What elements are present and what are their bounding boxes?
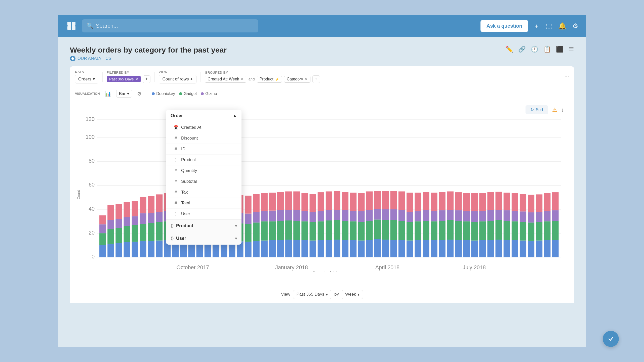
svg-rect-36: [115, 204, 122, 219]
chip-close-category[interactable]: ✕: [305, 77, 308, 81]
breadcrumb[interactable]: OUR ANALYTICS: [70, 56, 574, 61]
period-select[interactable]: Past 365 Days ▾: [293, 290, 331, 299]
menu-icon[interactable]: ☰: [569, 46, 574, 53]
order-section-header[interactable]: Order ▲: [166, 110, 242, 122]
svg-text:July 2018: July 2018: [463, 264, 486, 270]
svg-text:120: 120: [86, 117, 95, 122]
group-chip-createdat[interactable]: Created At: Week ✕: [205, 76, 246, 83]
group-chip-product[interactable]: Product ⚡: [257, 76, 282, 83]
svg-rect-205: [463, 240, 470, 257]
data-dropdown[interactable]: Orders ▾: [75, 75, 98, 83]
dropdown-item-createdat[interactable]: 📅 Created At: [166, 122, 242, 133]
svg-rect-164: [374, 191, 381, 209]
sort-direction-icon[interactable]: ↓: [561, 107, 564, 113]
svg-rect-234: [520, 222, 526, 241]
app-logo[interactable]: [66, 20, 77, 31]
add-filter-button[interactable]: +: [143, 75, 150, 83]
user-chevron-down-icon: ▾: [235, 236, 237, 241]
download-icon[interactable]: ⬛: [556, 46, 564, 53]
view-chip[interactable]: Count of rows +: [159, 75, 197, 83]
svg-rect-135: [318, 211, 324, 221]
legend-gadget: Gadget: [179, 92, 197, 96]
main-content: Weekly orders by category for the past y…: [58, 37, 586, 347]
svg-rect-186: [423, 221, 429, 240]
svg-rect-182: [415, 221, 421, 240]
group-chip-category[interactable]: Category ✕: [284, 76, 310, 83]
svg-rect-216: [479, 193, 486, 211]
svg-text:January 2018: January 2018: [275, 264, 308, 270]
fab-button[interactable]: [603, 331, 619, 347]
interval-select[interactable]: Week ▾: [342, 290, 363, 299]
edit-icon[interactable]: ✏️: [506, 46, 513, 53]
svg-rect-223: [495, 210, 502, 220]
svg-rect-220: [487, 192, 494, 210]
svg-rect-26: [99, 233, 106, 245]
layers-icon[interactable]: ⬚: [546, 22, 552, 30]
svg-rect-1: [72, 22, 75, 26]
svg-rect-157: [366, 240, 373, 257]
svg-rect-126: [301, 221, 308, 240]
search-bar[interactable]: 🔍 Search...: [82, 19, 258, 32]
ask-question-button[interactable]: Ask a question: [480, 20, 528, 32]
svg-rect-198: [447, 220, 454, 240]
svg-rect-31: [107, 220, 114, 229]
share-icon[interactable]: 🔗: [518, 46, 526, 53]
filter-chip[interactable]: Past 365 Days ✕: [107, 76, 141, 82]
sort-button[interactable]: ↻ Sort: [526, 105, 548, 114]
history-icon[interactable]: 🕐: [531, 46, 538, 53]
svg-rect-181: [415, 240, 421, 257]
grouped-by-label: GROUPED BY: [205, 71, 320, 74]
chip-close-createdat[interactable]: ✕: [240, 77, 244, 81]
svg-rect-232: [512, 193, 518, 211]
svg-rect-130: [310, 222, 316, 241]
filter-chip-close[interactable]: ✕: [135, 77, 138, 81]
svg-rect-180: [407, 193, 413, 212]
product-section-header[interactable]: ⟨⟩ Product ▾: [166, 220, 242, 232]
svg-rect-44: [132, 201, 138, 216]
svg-rect-145: [342, 240, 348, 257]
gear-icon[interactable]: ⚙: [572, 22, 578, 30]
refresh-icon: ↻: [531, 107, 534, 112]
svg-rect-244: [536, 194, 542, 212]
dropdown-item-tax[interactable]: # Tax: [166, 187, 242, 198]
svg-rect-27: [99, 224, 106, 233]
dropdown-item-product[interactable]: ⟩ Product: [166, 155, 242, 165]
interval-chevron-down-icon: ▾: [357, 292, 360, 297]
svg-rect-119: [285, 210, 292, 220]
view-chip-plus[interactable]: +: [190, 77, 193, 82]
user-section-label: User: [176, 236, 186, 241]
dropdown-item-subtotal[interactable]: # Subtotal: [166, 176, 242, 187]
filtered-by-section: FILTERED BY Past 365 Days ✕ +: [107, 71, 150, 83]
bell-icon[interactable]: 🔔: [558, 22, 566, 30]
svg-rect-28: [99, 215, 106, 224]
svg-rect-45: [140, 241, 146, 257]
dropdown-item-quantity[interactable]: # Quantity: [166, 165, 242, 176]
dropdown-item-discount[interactable]: # Discount: [166, 133, 242, 144]
svg-rect-174: [398, 221, 405, 240]
svg-rect-206: [463, 221, 470, 240]
svg-rect-209: [471, 241, 478, 257]
svg-rect-204: [455, 192, 462, 210]
plus-icon[interactable]: ＋: [533, 22, 540, 30]
by-label: by: [334, 292, 339, 297]
viz-type-select[interactable]: Bar ▾: [116, 90, 132, 98]
add-group-button[interactable]: +: [312, 75, 320, 83]
svg-rect-172: [390, 191, 397, 209]
svg-rect-152: [350, 193, 356, 211]
svg-text:April 2018: April 2018: [375, 264, 399, 270]
svg-rect-47: [140, 213, 146, 224]
dropdown-item-id[interactable]: # ID: [166, 144, 242, 155]
svg-rect-196: [439, 192, 446, 210]
chart-top-controls: ↻ Sort ⚠ ↓: [85, 105, 564, 114]
chart-bottom-controls: View Past 365 Days ▾ by Week ▾: [70, 286, 574, 303]
more-options-button[interactable]: ···: [565, 73, 569, 80]
chip-and: and: [248, 77, 255, 81]
svg-rect-128: [301, 193, 308, 211]
dropdown-item-user[interactable]: ⟩ User: [166, 209, 242, 219]
user-section-header[interactable]: ⟨⟩ User ▾: [166, 232, 242, 245]
warning-icon: ⚠: [552, 107, 557, 113]
dropdown-item-total[interactable]: # Total: [166, 198, 242, 209]
table-icon[interactable]: 📋: [543, 46, 551, 53]
viz-settings-icon[interactable]: ⚙: [137, 91, 142, 97]
svg-rect-175: [398, 210, 405, 221]
